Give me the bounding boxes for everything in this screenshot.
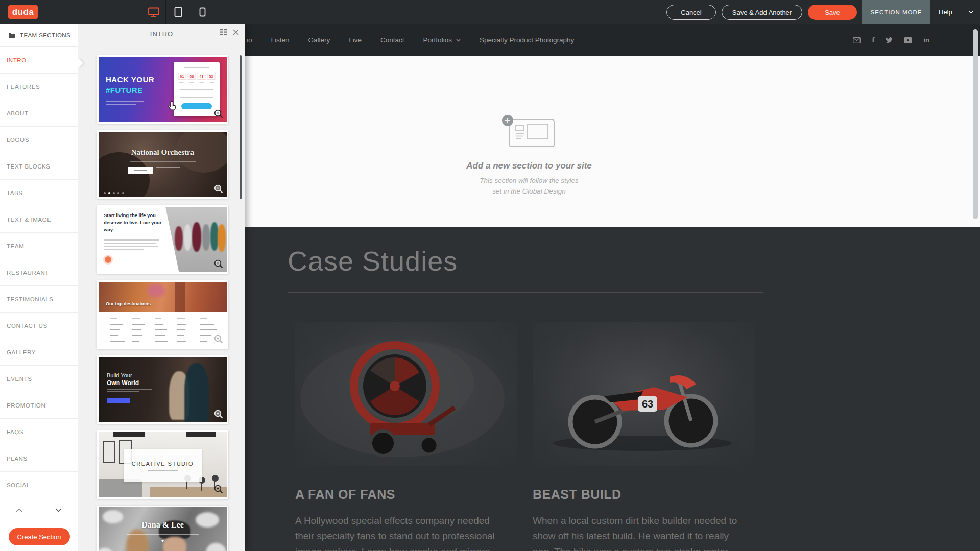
heading-divider <box>288 292 763 293</box>
thumb-heading: #FUTURE <box>106 86 143 94</box>
panel-header: INTRO <box>78 24 245 43</box>
create-section-button[interactable]: Create Section <box>9 528 70 545</box>
template-thumbnail-hack-your-future[interactable]: HACK YOUR #FUTURE 01 08 43 53 <box>97 55 228 124</box>
template-thumbnail-build-your-own-world[interactable]: Build Your Own World <box>97 355 228 424</box>
facebook-icon[interactable]: f <box>872 36 874 44</box>
twitter-icon[interactable] <box>886 37 893 43</box>
nav-link-live[interactable]: Live <box>349 36 362 44</box>
zoom-preview-icon[interactable] <box>214 485 223 494</box>
sidebar-item-plans[interactable]: PLANS <box>0 445 78 472</box>
chevron-down-icon <box>968 10 974 14</box>
email-icon[interactable] <box>853 37 861 43</box>
thumb-heading: National Orchestra <box>99 148 227 157</box>
sidebar-item-text-image[interactable]: TEXT & IMAGE <box>0 206 78 233</box>
thumb-heading: Our top destinations <box>106 301 151 306</box>
duda-logo[interactable]: duda <box>8 5 38 19</box>
thumb-button <box>128 167 153 174</box>
sidebar-item-restaurant[interactable]: RESTAURANT <box>0 259 78 286</box>
sidebar-item-about[interactable]: ABOUT <box>0 100 78 127</box>
desktop-icon <box>148 7 160 17</box>
sidebar-item-social[interactable]: SOCIAL <box>0 472 78 498</box>
chevron-down-icon <box>456 39 461 42</box>
sidebar-item-logos[interactable]: LOGOS <box>0 127 78 153</box>
zoom-preview-icon[interactable] <box>214 109 223 118</box>
youtube-icon[interactable] <box>904 37 912 43</box>
close-icon[interactable] <box>233 29 239 35</box>
scroll-up-button[interactable] <box>0 499 39 521</box>
add-section-subtitle-line2: set in the Global Design <box>480 186 579 197</box>
save-button[interactable]: Save <box>808 5 857 20</box>
template-thumbnail-national-orchestra[interactable]: National Orchestra <box>97 130 228 199</box>
editor-topbar: duda Cancel Save & Add Another Save SECT… <box>0 0 980 24</box>
add-section-subtitle: This section will follow the styles set … <box>480 176 579 197</box>
sidebar-scroll-controls <box>0 499 78 521</box>
thumb-heading: Build Your <box>107 372 132 378</box>
zoom-preview-icon[interactable] <box>214 410 223 419</box>
canvas-scrollbar[interactable] <box>973 29 978 219</box>
sidebar-item-team[interactable]: TEAM <box>0 233 78 259</box>
save-add-another-button[interactable]: Save & Add Another <box>722 5 802 20</box>
thumb-heading: HACK YOUR <box>106 75 154 84</box>
sidebar-item-contact-us[interactable]: CONTACT US <box>0 313 78 339</box>
heart-icon: ♥ <box>99 539 227 543</box>
template-thumbnail-top-destinations[interactable]: Our top destinations <box>97 280 228 349</box>
zoom-preview-icon[interactable] <box>214 334 223 344</box>
panel-title: INTRO <box>150 30 173 38</box>
site-nav-links: io Listen Gallery Live Contact Portfolio… <box>247 24 574 56</box>
chevron-up-icon <box>16 508 22 512</box>
sidebar-item-promotion[interactable]: PROMOTION <box>0 392 78 419</box>
template-thumbnail-creative-studio[interactable]: CREATIVE STUDIO <box>97 430 228 499</box>
sidebar-item-text-blocks[interactable]: TEXT BLOCKS <box>0 153 78 180</box>
add-section-icon <box>501 115 557 151</box>
nav-link-listen[interactable]: Listen <box>271 36 290 44</box>
sidebar-item-faqs[interactable]: FAQS <box>0 419 78 445</box>
nav-brand-fragment[interactable]: io <box>247 36 252 44</box>
template-thumbnail-start-living[interactable]: Start living the life you deserve to liv… <box>97 205 228 274</box>
nav-link-contact[interactable]: Contact <box>380 36 404 44</box>
nav-link-portfolios[interactable]: Portfolios <box>423 36 461 44</box>
sidebar-item-intro[interactable]: INTRO <box>0 47 78 74</box>
tablet-preview-button[interactable] <box>165 0 190 24</box>
dirt-bike-image: 63 <box>533 322 755 466</box>
countdown-boxes: 01 08 43 53 <box>178 73 216 80</box>
sidebar-header-label: TEAM SECTIONS <box>20 32 70 38</box>
nav-link-specialty[interactable]: Specialty Product Photography <box>480 36 574 44</box>
nav-link-gallery[interactable]: Gallery <box>308 36 330 44</box>
chevron-down-icon <box>55 508 62 512</box>
zoom-preview-icon[interactable] <box>214 259 223 269</box>
thumb-heading: Own World <box>107 379 139 387</box>
sidebar-header: TEAM SECTIONS <box>0 24 78 47</box>
desktop-preview-button[interactable] <box>141 0 165 24</box>
tablet-icon <box>174 7 182 17</box>
scroll-down-button[interactable] <box>39 499 79 521</box>
sidebar-item-features[interactable]: FEATURES <box>0 74 78 100</box>
signup-card: 01 08 43 53 <box>174 62 220 116</box>
case-study-title: A FAN OF FANS <box>295 487 517 502</box>
sidebar-item-gallery[interactable]: GALLERY <box>0 339 78 366</box>
accent-dot <box>105 256 111 263</box>
carousel-dots <box>104 192 124 194</box>
zoom-preview-icon[interactable] <box>214 184 223 194</box>
grid-view-icon[interactable] <box>220 29 228 35</box>
case-study-card-fan: A FAN OF FANS A Hollywood special effect… <box>295 322 517 551</box>
sidebar-item-testimonials[interactable]: TESTIMONIALS <box>0 286 78 313</box>
mobile-preview-button[interactable] <box>190 0 214 24</box>
thumb-card: CREATIVE STUDIO <box>124 449 202 482</box>
thumb-heading: CREATIVE STUDIO <box>124 461 202 467</box>
linkedin-icon[interactable]: in <box>923 36 929 44</box>
hand-cursor-icon <box>166 101 176 112</box>
panel-scrollbar[interactable] <box>240 55 242 199</box>
fan-machine-image <box>295 322 517 466</box>
template-thumbnail-dana-lee[interactable]: Dana & Lee ♥ <box>97 506 228 551</box>
help-label: Help <box>939 8 952 16</box>
thumb-heading: Start living the life you deserve to liv… <box>104 212 166 233</box>
sidebar-item-events[interactable]: EVENTS <box>0 366 78 392</box>
add-section-subtitle-line1: This section will follow the styles <box>480 176 579 186</box>
sidebar-item-tabs[interactable]: TABS <box>0 180 78 206</box>
cancel-button[interactable]: Cancel <box>666 5 716 20</box>
case-studies-heading: Case Studies <box>288 245 458 277</box>
help-menu[interactable]: Help <box>930 0 980 24</box>
mobile-icon <box>199 7 206 17</box>
thumb-button <box>107 398 130 403</box>
social-icon-row: f in <box>853 24 929 56</box>
